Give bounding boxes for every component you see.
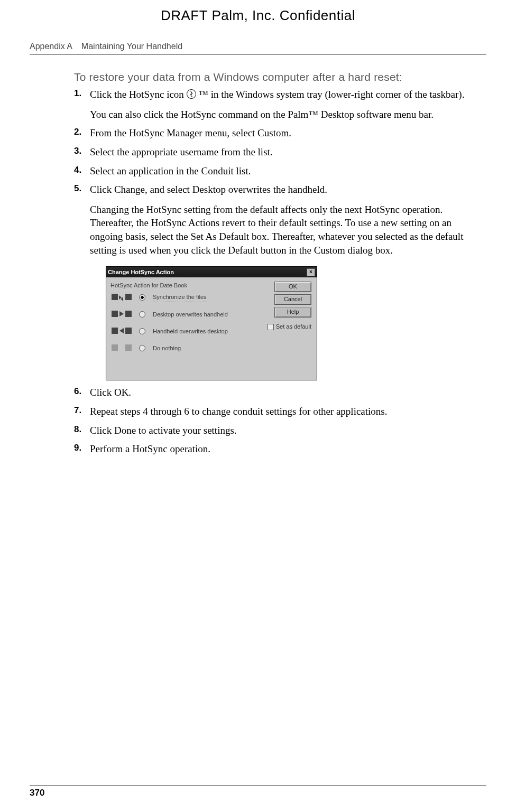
ok-button[interactable]: OK (274, 282, 311, 292)
step-2: From the HotSync Manager menu, select Cu… (74, 126, 486, 140)
dialog-button-column: OK Cancel Help (274, 282, 312, 320)
radio-desktop-overwrites[interactable] (139, 311, 145, 318)
do-nothing-icon (112, 343, 132, 353)
handheld-overwrites-icon (112, 326, 132, 336)
radio-handheld-overwrites[interactable] (139, 328, 145, 334)
desktop-overwrites-icon (112, 310, 132, 319)
step-1-extra: You can also click the HotSync command o… (90, 108, 486, 122)
step-1-text-after: ™ in the Windows system tray (lower-righ… (198, 89, 464, 100)
content: To restore your data from a Windows comp… (0, 55, 516, 456)
close-icon[interactable]: × (307, 268, 315, 276)
step-6: Click OK. (74, 386, 486, 399)
page-footer: 370 (30, 785, 486, 798)
step-4: Select an application in the Conduit lis… (74, 164, 486, 178)
hotsync-icon (187, 89, 196, 99)
dialog-title-text: Change HotSync Action (108, 268, 174, 276)
draft-banner: DRAFT Palm, Inc. Confidential (0, 0, 516, 24)
set-as-default-wrap[interactable]: Set as default (268, 323, 311, 331)
radio-sync[interactable] (139, 294, 145, 301)
sync-icon (112, 293, 132, 302)
appendix-label: Appendix A (30, 42, 72, 51)
step-1: Click the HotSync icon ™ in the Windows … (74, 88, 486, 121)
radio-do-nothing-label: Do nothing (153, 344, 181, 352)
page-number: 370 (30, 788, 44, 798)
radio-handheld-overwrites-label: Handheld overwrites desktop (153, 328, 228, 335)
radio-desktop-overwrites-label: Desktop overwrites handheld (153, 311, 228, 319)
step-5: Click Change, and select Desktop overwri… (74, 183, 486, 380)
task-title: To restore your data from a Windows comp… (74, 71, 486, 83)
radio-do-nothing[interactable] (139, 345, 145, 351)
page-header: Appendix A Maintaining Your Handheld (0, 24, 516, 54)
step-5-text: Click Change, and select Desktop overwri… (90, 184, 327, 195)
help-button[interactable]: Help (274, 307, 311, 318)
section-title: Maintaining Your Handheld (81, 42, 182, 51)
change-hotsync-dialog: Change HotSync Action × HotSync Action f… (106, 266, 317, 380)
dialog-body: HotSync Action for Date Book Synchronize… (106, 277, 317, 380)
set-as-default-label: Set as default (276, 323, 311, 331)
radio-sync-label: Synchronize the files (153, 293, 207, 302)
step-8: Click Done to activate your settings. (74, 424, 486, 437)
dialog-titlebar: Change HotSync Action × (106, 267, 317, 277)
step-3: Select the appropriate username from the… (74, 145, 486, 159)
step-7: Repeat steps 4 through 6 to change condu… (74, 405, 486, 418)
step-1-text-before: Click the HotSync icon (90, 89, 187, 100)
step-9: Perform a HotSync operation. (74, 442, 486, 456)
steps-list: Click the HotSync icon ™ in the Windows … (74, 88, 486, 456)
set-as-default-checkbox[interactable] (268, 324, 274, 330)
option-do-nothing[interactable]: Do nothing (112, 343, 312, 353)
step-5-extra: Changing the HotSync setting from the de… (90, 203, 486, 257)
cancel-button[interactable]: Cancel (274, 294, 311, 305)
